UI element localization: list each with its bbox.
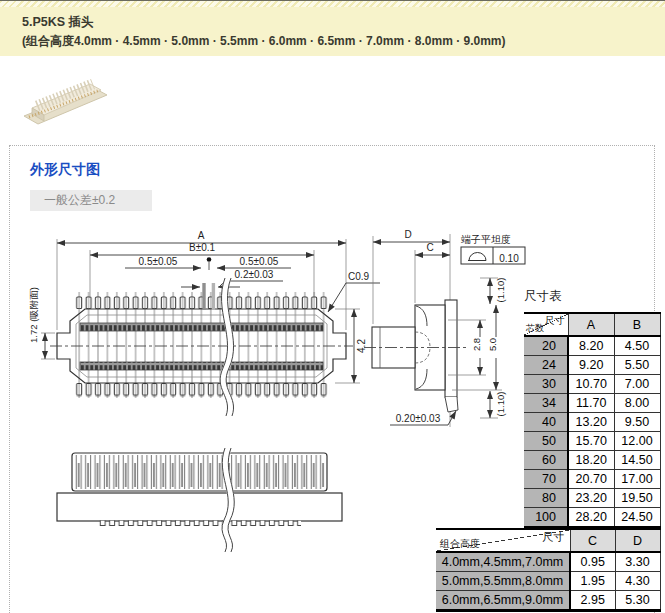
dim-020-label: 0.20±0.03 [396, 413, 441, 424]
outline-drawing: A B±0.1 0.5±0.05 0.5±0.05 0.2±0.03 C0.9 [28, 220, 530, 565]
size-table-title: 尺寸表 [524, 288, 562, 305]
dim-a-cell: 8.20 [568, 336, 614, 356]
dim-a-cell: 18.20 [568, 451, 614, 470]
dim-c-label: C [426, 242, 433, 253]
top-view: A B±0.1 0.5±0.05 0.5±0.05 0.2±0.03 C0.9 [28, 230, 380, 416]
table-row: 4.0mm,4.5mm,7.0mm0.953.30 [436, 552, 660, 572]
dim-b-cell: 7.00 [614, 375, 660, 394]
top-hatch-band [0, 0, 665, 7]
dim-b-cell: 17.00 [614, 470, 660, 489]
corner-label-size: 尺寸 [545, 314, 565, 328]
dim-d-cell: 3.30 [615, 552, 660, 572]
side-view: D C 端子平坦度 0.10 (1.10) 2.8 5.0 [364, 229, 525, 427]
front-ribs [74, 455, 325, 489]
dim-d-cell: 4.30 [615, 572, 660, 591]
product-subtitle: (组合高度4.0mm · 4.5mm · 5.0mm · 5.5mm · 6.0… [22, 33, 506, 50]
height-cell: 4.0mm,4.5mm,7.0mm [436, 552, 570, 572]
dim-a-cell: 28.20 [568, 508, 614, 528]
pins-cell: 20 [524, 336, 568, 356]
pin-row-top [75, 296, 330, 309]
size-table-corner-cell: 尺寸 芯数 [524, 313, 568, 336]
dim-suction-label: 1.72 (吸附面) [28, 287, 39, 343]
dim-gap-label: 0.2±0.03 [235, 269, 274, 280]
corner-label-size: 尺寸 [543, 530, 565, 545]
dim-b-cell: 5.50 [614, 356, 660, 375]
dim-42-label: 4.2 [356, 339, 367, 353]
table-row: 6.0mm,6.5mm,9.0mm2.955.30 [436, 591, 660, 611]
flatness-title: 端子平坦度 [461, 234, 511, 245]
dim-b-cell: 9.50 [614, 413, 660, 432]
table-row: 6018.2014.50 [524, 451, 660, 470]
contact-band-bottom [80, 362, 323, 370]
height-table-corner-cell: 尺寸 组合高度 [436, 529, 570, 552]
pins-cell: 80 [524, 489, 568, 508]
dim-half-left-label: 0.5±0.05 [139, 256, 178, 267]
pins-cell: 30 [524, 375, 568, 394]
dim-a-cell: 10.70 [568, 375, 614, 394]
dim-b-cell: 24.50 [614, 508, 660, 528]
dim-b-cell: 14.50 [614, 451, 660, 470]
col-header-a: A [568, 313, 614, 336]
dim-a-cell: 15.70 [568, 432, 614, 451]
dim-c-cell: 0.95 [570, 552, 615, 572]
height-table-header: 尺寸 组合高度 C D [436, 529, 660, 552]
table-row: 8023.2019.50 [524, 489, 660, 508]
contact-band-top [80, 323, 323, 331]
col-header-b: B [614, 313, 660, 336]
pins-cell: 24 [524, 356, 568, 375]
table-row: 3010.707.00 [524, 375, 660, 394]
flatness-value: 0.10 [499, 253, 519, 264]
dim-d-cell: 5.30 [615, 591, 660, 611]
dim-a-label: A [198, 230, 205, 241]
chamfer-label: C0.9 [348, 271, 370, 282]
height-cell: 5.0mm,5.5mm,8.0mm [436, 572, 570, 591]
dim-d-label: D [404, 229, 411, 240]
dim-a-cell: 20.70 [568, 470, 614, 489]
dim-b-cell: 4.50 [614, 336, 660, 356]
corner-label-pins: 芯数 [526, 322, 544, 335]
dim-half-right-label: 0.5±0.05 [240, 256, 279, 267]
corner-label-height: 组合高度 [440, 537, 480, 551]
product-photo [12, 64, 116, 142]
section-title: 外形尺寸图 [30, 161, 100, 179]
size-table: 尺寸 芯数 A B 208.204.50 249.205.50 3010.707… [524, 312, 661, 529]
height-table: 尺寸 组合高度 C D 4.0mm,4.5mm,7.0mm0.953.30 5.… [436, 528, 661, 612]
dim-b-label: B±0.1 [189, 242, 215, 253]
dim-c-cell: 1.95 [570, 572, 615, 591]
tolerance-note: 一般公差±0.2 [30, 190, 152, 211]
dim-110-top-label: (1.10) [495, 278, 506, 303]
size-table-header: 尺寸 芯数 A B [524, 313, 660, 336]
pin-row-bottom [75, 383, 330, 397]
col-header-c: C [570, 529, 615, 552]
dim-a-cell: 13.20 [568, 413, 614, 432]
table-row: 249.205.50 [524, 356, 660, 375]
table-row: 10028.2024.50 [524, 508, 660, 528]
dim-a-cell: 9.20 [568, 356, 614, 375]
table-row: 4013.209.50 [524, 413, 660, 432]
col-header-d: D [615, 529, 660, 552]
dim-b-cell: 8.00 [614, 394, 660, 413]
page-header: 5.P5KS 插头 (组合高度4.0mm · 4.5mm · 5.0mm · 5… [0, 7, 665, 56]
front-teeth [98, 521, 301, 527]
front-base [57, 493, 342, 521]
table-row: 5.0mm,5.5mm,8.0mm1.954.30 [436, 572, 660, 591]
dim-50-label: 5.0 [487, 338, 498, 351]
pins-cell: 34 [524, 394, 568, 413]
height-cell: 6.0mm,6.5mm,9.0mm [436, 591, 570, 611]
dim-c-cell: 2.95 [570, 591, 615, 611]
datasheet-page: 5.P5KS 插头 (组合高度4.0mm · 4.5mm · 5.0mm · 5… [0, 0, 665, 613]
table-row: 3411.708.00 [524, 394, 660, 413]
pins-cell: 100 [524, 508, 568, 528]
dim-110-bottom-label: (1.10) [495, 392, 506, 417]
dim-b-cell: 12.00 [614, 432, 660, 451]
product-title: 5.P5KS 插头 [22, 14, 94, 31]
pins-cell: 70 [524, 470, 568, 489]
table-row: 5015.7012.00 [524, 432, 660, 451]
dim-a-cell: 11.70 [568, 394, 614, 413]
pins-cell: 60 [524, 451, 568, 470]
table-row: 7020.7017.00 [524, 470, 660, 489]
dim-28-label: 2.8 [471, 338, 482, 351]
dim-a-cell: 23.20 [568, 489, 614, 508]
front-view [57, 448, 342, 552]
table-row: 208.204.50 [524, 336, 660, 356]
